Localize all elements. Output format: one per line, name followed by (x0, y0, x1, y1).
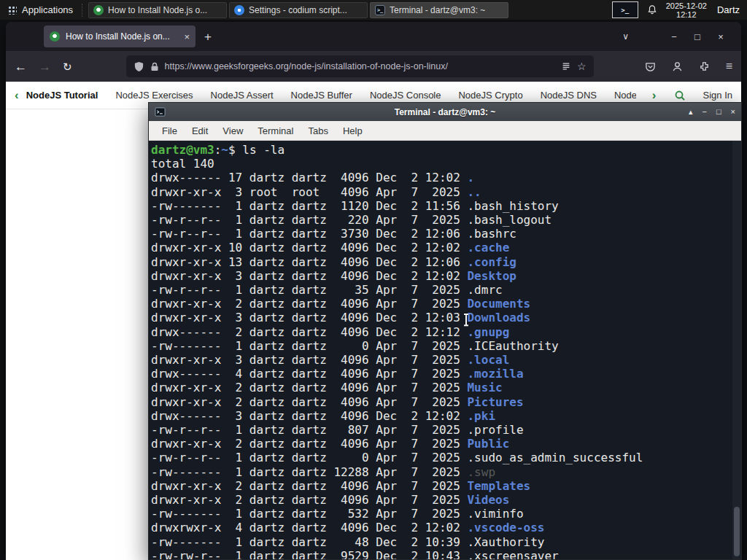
pocket-icon[interactable] (645, 61, 656, 72)
tracking-shield-icon[interactable] (133, 61, 144, 72)
terminal-output-line: -rw------- 1 dartz dartz 1120 Dec 2 11:5… (151, 199, 731, 213)
nav-item-tutorial[interactable]: NodeJS Tutorial (26, 90, 98, 101)
url-bar[interactable]: https://www.geeksforgeeks.org/node-js/in… (126, 55, 594, 77)
site-nav-items: NodeJS Tutorial NodeJS Exercises NodeJS … (26, 90, 636, 101)
menu-view[interactable]: View (215, 122, 250, 139)
clock-time: 12:12 (666, 10, 707, 19)
nav-item-crypto[interactable]: NodeJS Crypto (458, 90, 522, 101)
terminal-output-line: drwxr-xr-x 3 dartz dartz 4096 Apr 7 2025… (151, 353, 731, 367)
new-tab-button[interactable]: + (204, 31, 212, 43)
prompt-path: ~ (221, 143, 228, 157)
terminal-output-line: drwxr-xr-x 3 dartz dartz 4096 Dec 2 12:0… (151, 269, 731, 283)
terminal-output-line: -rw------- 1 dartz dartz 0 Apr 7 2025 .I… (151, 339, 731, 353)
menu-edit[interactable]: Edit (185, 122, 215, 139)
refresh-button[interactable]: ↻ (63, 61, 72, 72)
taskbar-button-terminal[interactable]: >_ Terminal - dartz@vm3: ~ (370, 2, 508, 18)
terminal-output-line: drwxr-xr-x 2 dartz dartz 4096 Apr 7 2025… (151, 493, 731, 507)
applications-menu[interactable]: Applications (0, 0, 80, 20)
mouse-cursor (462, 314, 470, 326)
task-label: Terminal - dartz@vm3: ~ (390, 5, 485, 15)
browser-tab[interactable]: How to Install Node.js on... × (44, 26, 196, 47)
reader-view-icon[interactable] (561, 61, 571, 71)
terminal-scrollbar[interactable] (732, 141, 741, 559)
terminal-output-line: -rw------- 1 dartz dartz 48 Dec 2 10:39 … (151, 535, 731, 549)
panel-clock[interactable]: 2025-12-02 12:12 (666, 1, 707, 19)
top-panel: Applications How to Install Node.js o...… (0, 0, 747, 20)
menu-help[interactable]: Help (336, 122, 370, 139)
terminal-close-button[interactable]: × (731, 107, 735, 117)
menu-tabs[interactable]: Tabs (301, 122, 335, 139)
site-nav-right: › Sign In (648, 89, 732, 101)
back-button[interactable]: ← (15, 61, 27, 73)
nav-item-assert[interactable]: NodeJS Assert (211, 90, 274, 101)
sign-in-button[interactable]: Sign In (703, 90, 732, 101)
taskbar: How to Install Node.js o... Settings - c… (88, 2, 508, 18)
terminal-favicon: >_ (375, 5, 385, 15)
browser-close-button[interactable]: × (709, 31, 732, 42)
window-controls: ∨ − □ × (622, 22, 732, 51)
scrollbar-thumb[interactable] (734, 507, 740, 556)
menu-terminal[interactable]: Terminal (250, 122, 301, 139)
applications-icon (7, 5, 17, 15)
terminal-output-line: drwxr-xr-x 2 dartz dartz 4096 Apr 7 2025… (151, 437, 731, 451)
terminal-screen[interactable]: dartz@vm3:~$ ls -la total 140 drwx------… (149, 141, 741, 559)
typed-command: ls -la (242, 143, 285, 157)
prompt-colon: : (214, 143, 222, 157)
terminal-maximize-button[interactable]: □ (716, 107, 721, 117)
terminal-output-line: drwxr-xr-x 2 dartz dartz 4096 Apr 7 2025… (151, 395, 731, 409)
desktop: How to Install Node.js on... × + ∨ − □ ×… (0, 0, 747, 560)
nav-item-dns[interactable]: NodeJS DNS (541, 90, 597, 101)
bookmark-star-icon[interactable]: ☆ (577, 61, 587, 72)
browser-minimize-button[interactable]: − (662, 31, 686, 42)
search-icon[interactable] (674, 90, 686, 101)
tab-bar: How to Install Node.js on... × + ∨ − □ × (6, 22, 741, 51)
tray-terminal-icon[interactable]: >_ (612, 1, 638, 18)
menu-file[interactable]: File (155, 122, 185, 139)
panel-right: >_ 2025-12-02 12:12 Dartz (612, 1, 747, 19)
geeksforgeeks-favicon (50, 31, 60, 42)
lock-icon[interactable] (150, 62, 159, 71)
terminal-output-line: -rw-rw-r-- 1 dartz dartz 9529 Dec 2 10:4… (151, 549, 731, 559)
tab-close-icon[interactable]: × (184, 32, 190, 42)
terminal-shade-button[interactable]: ▴ (689, 107, 693, 117)
nav-prev-icon[interactable]: ‹ (15, 89, 19, 101)
terminal-output-line: drwxrwxr-x 4 dartz dartz 4096 Dec 2 12:0… (151, 521, 731, 534)
account-icon[interactable] (672, 61, 683, 72)
terminal-output-line: drwxr-xr-x 2 dartz dartz 4096 Apr 7 2025… (151, 297, 731, 311)
nav-item-buffer[interactable]: NodeJS Buffer (291, 90, 352, 101)
terminal-output-line: drwx------ 17 dartz dartz 4096 Dec 2 12:… (151, 171, 731, 184)
browser-maximize-button[interactable]: □ (686, 31, 709, 42)
task-label: Settings - codium script... (249, 5, 347, 15)
nav-item-exercises[interactable]: NodeJS Exercises (115, 90, 193, 101)
panel-user-label[interactable]: Dartz (716, 4, 740, 15)
browser-toolbar: ← → ↻ https://www.geeksforgeeks.org/node… (6, 51, 741, 82)
terminal-prompt-line: dartz@vm3:~$ ls -la (151, 143, 731, 157)
terminal-total-line: total 140 (151, 157, 731, 171)
applications-label: Applications (22, 4, 73, 15)
taskbar-button-settings[interactable]: Settings - codium script... (229, 2, 368, 18)
nav-item-truncated[interactable]: Node (614, 90, 636, 101)
menu-icon[interactable]: ≡ (726, 61, 732, 72)
toolbar-right-icons: ≡ (645, 61, 732, 72)
extensions-icon[interactable] (699, 61, 710, 72)
list-all-tabs-icon[interactable]: ∨ (622, 31, 629, 42)
forward-button[interactable]: → (39, 61, 51, 73)
terminal-minimize-button[interactable]: − (702, 107, 706, 117)
bell-icon[interactable] (647, 4, 657, 15)
taskbar-button-browser[interactable]: How to Install Node.js o... (88, 2, 227, 18)
url-text: https://www.geeksforgeeks.org/node-js/in… (165, 61, 556, 71)
nav-item-console[interactable]: NodeJS Console (370, 90, 441, 101)
geeksforgeeks-favicon (93, 5, 104, 15)
terminal-listing: drwx------ 17 dartz dartz 4096 Dec 2 12:… (151, 171, 731, 559)
clock-date: 2025-12-02 (666, 1, 707, 10)
terminal-output-line: -rw-r--r-- 1 dartz dartz 807 Apr 7 2025 … (151, 423, 731, 437)
terminal-output-line: drwxr-xr-x 2 dartz dartz 4096 Apr 7 2025… (151, 381, 731, 394)
terminal-titlebar[interactable]: Terminal - dartz@vm3: ~ ▴ − □ × (149, 103, 741, 121)
terminal-output-line: -rw-r--r-- 1 dartz dartz 3730 Dec 2 12:0… (151, 227, 731, 241)
panel-separator (82, 4, 84, 17)
settings-favicon (234, 5, 244, 15)
nav-next-icon[interactable]: › (652, 89, 657, 101)
terminal-window: Terminal - dartz@vm3: ~ ▴ − □ × File Edi… (148, 102, 742, 560)
terminal-window-controls: ▴ − □ × (689, 107, 735, 117)
terminal-output-line: -rw------- 1 dartz dartz 532 Apr 7 2025 … (151, 507, 731, 521)
